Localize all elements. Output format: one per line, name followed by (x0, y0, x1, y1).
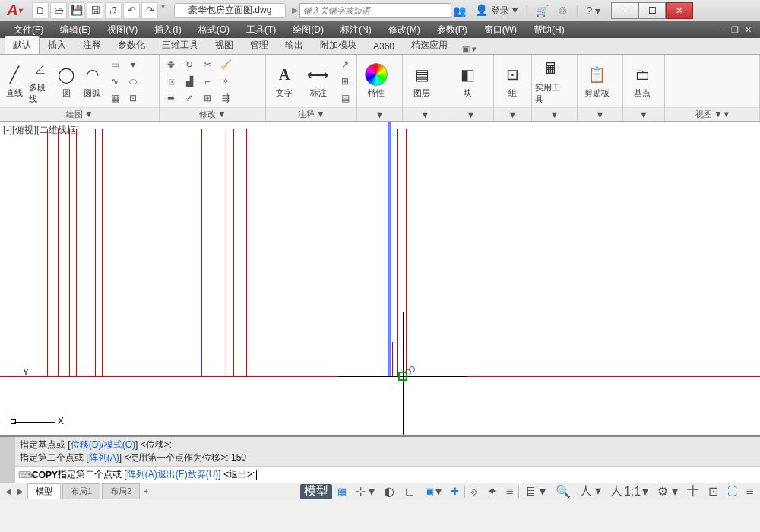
panel-props-expand[interactable]: ▼ (357, 107, 402, 121)
close-button[interactable]: ✕ (666, 2, 693, 19)
utilities-button[interactable]: 🖩实用工具 (535, 58, 567, 105)
dropdown-icon[interactable]: ▾ (125, 57, 141, 72)
viewport-label[interactable]: [-][俯视][二维线框] (3, 124, 79, 137)
table-icon[interactable]: ⊞ (337, 74, 353, 89)
explode-icon[interactable]: ✧ (217, 74, 234, 89)
move-icon[interactable]: ✥ (163, 57, 179, 72)
status-hw-icon[interactable]: ⊡ (705, 484, 722, 499)
panel-base-expand[interactable]: ▼ (623, 107, 664, 121)
panel-layers-expand[interactable]: ▼ (403, 107, 448, 121)
status-custom-icon[interactable]: ≡ (743, 484, 757, 499)
panel-clip-expand[interactable]: ▼ (578, 107, 622, 121)
undo-icon[interactable]: ↶ (123, 2, 140, 19)
hatch-icon[interactable]: ▦ (106, 90, 123, 106)
spline-icon[interactable]: ∿ (106, 74, 123, 89)
tab-output[interactable]: 输出 (277, 36, 312, 54)
status-gear-icon[interactable]: ⚙ ▾ (654, 484, 681, 499)
redo-icon[interactable]: ↷ (141, 2, 158, 19)
rotate-icon[interactable]: ↻ (181, 57, 198, 72)
status-grid-icon[interactable]: ▦ (334, 484, 350, 499)
status-extra-icon[interactable]: 十 (683, 484, 703, 499)
drawing-canvas[interactable]: [-][俯视][二维线框] YX (0, 122, 760, 435)
panel-group-expand[interactable]: ▼ (494, 107, 531, 121)
erase-icon[interactable]: 🧹 (217, 57, 234, 72)
basepoint-button[interactable]: 🗀基点 (626, 58, 658, 105)
tab-layout1[interactable]: 布局1 (62, 483, 100, 499)
panel-modify-title[interactable]: 修改 ▼ (160, 107, 265, 121)
status-iso-icon[interactable]: 人 ▾ (576, 484, 605, 499)
tab-a360[interactable]: A360 (365, 38, 403, 54)
login-button[interactable]: 👤 登录 ▾ (473, 4, 519, 17)
status-sc-icon[interactable]: ≡ (502, 484, 517, 499)
save-icon[interactable]: 💾 (68, 2, 85, 19)
status-polar-icon[interactable]: ◐ (380, 484, 398, 499)
dimension-button[interactable]: ⟷标注 (303, 58, 334, 105)
polyline-button[interactable]: ⟀多段线 (29, 58, 52, 105)
line-button[interactable]: ╱直线 (3, 58, 26, 105)
tab-overflow-icon[interactable]: ▣ ▾ (459, 44, 480, 54)
point-icon[interactable]: ⊡ (125, 90, 141, 106)
scale-icon[interactable]: ⤢ (181, 90, 198, 106)
doc-close-icon[interactable]: ✕ (743, 25, 754, 35)
status-snap-icon[interactable]: ⊹ ▾ (352, 484, 378, 499)
tab-annotate[interactable]: 注释 (74, 36, 109, 54)
block-button[interactable]: ◧块 (451, 58, 483, 105)
status-dyn-icon[interactable]: ⟐ (467, 484, 482, 499)
status-model[interactable]: 模型 (300, 484, 332, 499)
layout-next-icon[interactable]: ▶ (15, 487, 26, 496)
tab-featured[interactable]: 精选应用 (403, 36, 456, 54)
doc-minimize-icon[interactable]: ─ (717, 25, 727, 35)
status-clean-icon[interactable]: ⛶ (724, 484, 741, 499)
search-icon[interactable]: 👥 (451, 5, 467, 17)
trim-icon[interactable]: ✂ (199, 57, 216, 72)
tab-3d[interactable]: 三维工具 (154, 36, 207, 54)
status-qp-icon[interactable]: ✦ (483, 484, 501, 499)
arc-button[interactable]: ◠圆弧 (81, 58, 103, 105)
tab-manage[interactable]: 管理 (242, 36, 277, 54)
offset-icon[interactable]: ⇶ (217, 90, 234, 106)
status-ortho-icon[interactable]: ∟ (400, 484, 420, 499)
tab-insert[interactable]: 插入 (40, 36, 74, 54)
leader-icon[interactable]: ↗ (337, 57, 353, 72)
copy-icon[interactable]: ⎘ (163, 74, 179, 89)
layers-button[interactable]: ▤图层 (406, 58, 438, 105)
open-icon[interactable]: 🗁 (50, 2, 67, 19)
panel-block-expand[interactable]: ▼ (448, 107, 493, 121)
doc-restore-icon[interactable]: ❐ (729, 25, 741, 35)
tab-view[interactable]: 视图 (207, 36, 242, 54)
stretch-icon[interactable]: ⬌ (163, 90, 179, 106)
new-icon[interactable]: 🗋 (32, 2, 49, 19)
circle-button[interactable]: ◯圆 (55, 58, 78, 105)
tab-default[interactable]: 默认 (5, 36, 40, 54)
a360-icon[interactable]: ♲ (556, 5, 569, 17)
print-icon[interactable]: 🖨 (105, 2, 122, 19)
mtext-icon[interactable]: ▤ (337, 90, 353, 106)
minimize-button[interactable]: ─ (611, 2, 638, 19)
mirror-icon[interactable]: ▟ (181, 74, 198, 89)
group-button[interactable]: ⊡组 (497, 58, 528, 105)
panel-util-expand[interactable]: ▼ (532, 107, 577, 121)
ellipse-icon[interactable]: ⬭ (125, 74, 141, 89)
status-anno-icon[interactable]: 🔍 (552, 484, 575, 499)
status-lwt-icon[interactable]: ✚ (447, 484, 463, 499)
menu-window[interactable]: 窗口(W) (477, 22, 524, 38)
properties-button[interactable]: 特性 (360, 58, 392, 105)
panel-annot-title[interactable]: 注释 ▼ (266, 107, 356, 121)
status-ws-icon[interactable]: 🖥 ▾ (521, 484, 549, 499)
tab-addons[interactable]: 附加模块 (312, 36, 365, 54)
saveas-icon[interactable]: 🖫 (87, 2, 103, 19)
status-annoscale-icon[interactable]: 人 1:1 ▾ (606, 484, 652, 499)
array-icon[interactable]: ⊞ (199, 90, 216, 106)
command-line[interactable]: ⌨▸ COPY 指定第二个点或 [阵列(A) 退出(E) 放弃(U)] <退出>… (0, 466, 760, 483)
layout-add-icon[interactable]: + (141, 487, 150, 496)
search-input[interactable] (299, 3, 451, 18)
tab-layout2[interactable]: 布局2 (102, 483, 140, 499)
help-icon[interactable]: ? ▾ (584, 5, 602, 17)
menu-help[interactable]: 帮助(H) (526, 22, 572, 38)
maximize-button[interactable]: ☐ (638, 2, 666, 19)
fillet-icon[interactable]: ⌐ (199, 74, 216, 89)
clipboard-button[interactable]: 📋剪贴板 (581, 58, 613, 105)
status-osnap-icon[interactable]: ▣ ▾ (421, 484, 445, 499)
text-button[interactable]: A文字 (269, 58, 300, 105)
layout-prev-icon[interactable]: ◀ (3, 487, 14, 496)
